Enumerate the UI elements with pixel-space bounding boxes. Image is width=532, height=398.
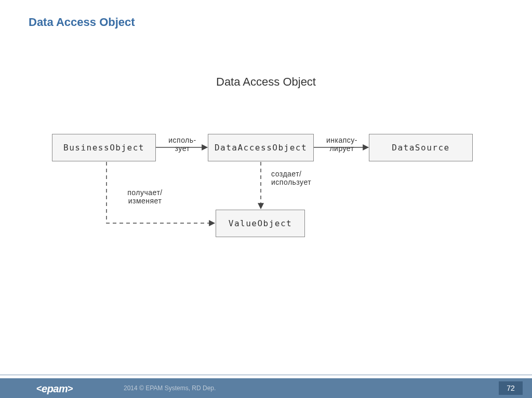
footer-divider	[0, 375, 532, 375]
footer-copyright: 2014 © EPAM Systems, RD Dep.	[124, 385, 216, 392]
edge-label-encapsulates: инкапсу- лирует	[321, 136, 363, 153]
edge-label-gets-changes: получает/ изменяет	[116, 188, 174, 205]
arrows-layer	[0, 0, 532, 363]
epam-logo-icon: <epam>	[36, 383, 73, 395]
edge-label-creates-uses: создает/ использует	[271, 170, 328, 186]
edge-label-uses: исполь- зует	[164, 136, 201, 153]
page-number: 72	[499, 381, 523, 395]
logo-badge: <epam>	[32, 382, 77, 395]
footer-bar	[0, 378, 532, 398]
node-data-source: DataSource	[369, 134, 473, 161]
node-data-access-object: DataAccessObject	[208, 134, 314, 161]
node-business-object: BusinessObject	[52, 134, 156, 161]
diagram-area: BusinessObject DataAccessObject DataSour…	[0, 0, 532, 363]
node-value-object: ValueObject	[216, 210, 305, 237]
